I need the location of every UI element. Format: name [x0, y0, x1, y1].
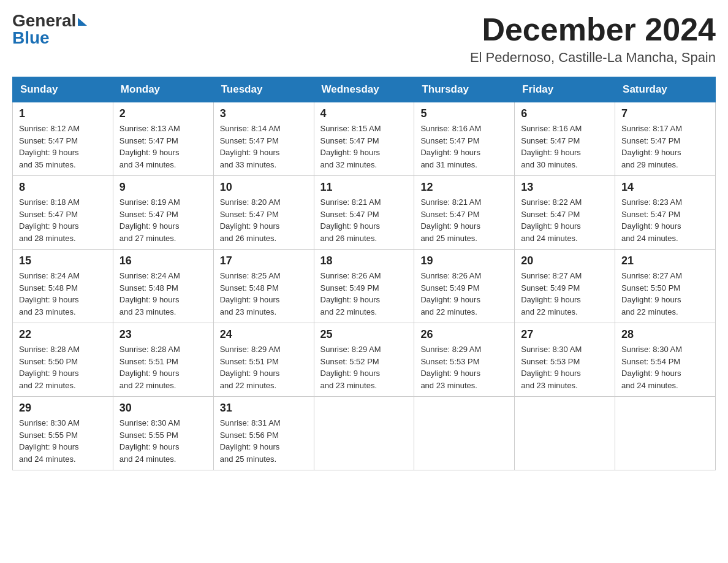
calendar-day-cell: 3Sunrise: 8:14 AMSunset: 5:47 PMDaylight…	[213, 102, 314, 176]
calendar-day-cell: 20Sunrise: 8:27 AMSunset: 5:49 PMDayligh…	[515, 250, 615, 323]
day-info: Sunrise: 8:13 AMSunset: 5:47 PMDaylight:…	[119, 123, 207, 170]
calendar-day-cell: 17Sunrise: 8:25 AMSunset: 5:48 PMDayligh…	[213, 250, 314, 323]
day-number: 29	[19, 402, 107, 415]
day-info: Sunrise: 8:31 AMSunset: 5:56 PMDaylight:…	[220, 417, 308, 465]
day-number: 5	[420, 107, 508, 120]
day-number: 15	[19, 255, 107, 267]
day-number: 7	[621, 107, 709, 120]
day-number: 21	[621, 255, 709, 267]
day-number: 18	[320, 255, 408, 267]
calendar-day-cell: 2Sunrise: 8:13 AMSunset: 5:47 PMDaylight…	[113, 102, 213, 176]
calendar-day-cell: 1Sunrise: 8:12 AMSunset: 5:47 PMDaylight…	[13, 102, 113, 176]
calendar-day-cell: 9Sunrise: 8:19 AMSunset: 5:47 PMDaylight…	[113, 176, 213, 250]
day-info: Sunrise: 8:26 AMSunset: 5:49 PMDaylight:…	[320, 270, 408, 318]
calendar-day-cell: 16Sunrise: 8:24 AMSunset: 5:48 PMDayligh…	[113, 250, 213, 323]
day-of-week-header: Thursday	[414, 77, 515, 102]
calendar-day-cell: 11Sunrise: 8:21 AMSunset: 5:47 PMDayligh…	[314, 176, 414, 250]
calendar-day-cell: 8Sunrise: 8:18 AMSunset: 5:47 PMDaylight…	[13, 176, 113, 250]
calendar-day-cell: 6Sunrise: 8:16 AMSunset: 5:47 PMDaylight…	[515, 102, 615, 176]
day-number: 16	[119, 255, 207, 267]
calendar-day-cell: 13Sunrise: 8:22 AMSunset: 5:47 PMDayligh…	[515, 176, 615, 250]
calendar-day-cell: 27Sunrise: 8:30 AMSunset: 5:53 PMDayligh…	[515, 323, 615, 397]
calendar-day-cell: 10Sunrise: 8:20 AMSunset: 5:47 PMDayligh…	[213, 176, 314, 250]
day-number: 17	[220, 255, 308, 267]
calendar-day-cell: 4Sunrise: 8:15 AMSunset: 5:47 PMDaylight…	[314, 102, 414, 176]
calendar-day-cell: 5Sunrise: 8:16 AMSunset: 5:47 PMDaylight…	[414, 102, 515, 176]
calendar-table: SundayMondayTuesdayWednesdayThursdayFrid…	[12, 77, 716, 470]
day-number: 3	[220, 107, 308, 120]
day-number: 26	[420, 328, 508, 341]
calendar-week-row: 1Sunrise: 8:12 AMSunset: 5:47 PMDaylight…	[13, 102, 716, 176]
day-info: Sunrise: 8:20 AMSunset: 5:47 PMDaylight:…	[220, 196, 308, 244]
logo-blue: Blue	[12, 28, 50, 47]
day-number: 6	[521, 107, 609, 120]
day-info: Sunrise: 8:24 AMSunset: 5:48 PMDaylight:…	[119, 270, 207, 318]
day-info: Sunrise: 8:30 AMSunset: 5:54 PMDaylight:…	[621, 343, 709, 391]
day-number: 20	[521, 255, 609, 267]
calendar-day-cell: 22Sunrise: 8:28 AMSunset: 5:50 PMDayligh…	[13, 323, 113, 397]
calendar-day-cell: 19Sunrise: 8:26 AMSunset: 5:49 PMDayligh…	[414, 250, 515, 323]
day-info: Sunrise: 8:29 AMSunset: 5:53 PMDaylight:…	[420, 343, 508, 391]
calendar-day-cell: 23Sunrise: 8:28 AMSunset: 5:51 PMDayligh…	[113, 323, 213, 397]
logo: General Blue	[12, 12, 87, 47]
day-info: Sunrise: 8:16 AMSunset: 5:47 PMDaylight:…	[420, 123, 508, 170]
day-info: Sunrise: 8:27 AMSunset: 5:50 PMDaylight:…	[621, 270, 709, 318]
calendar-day-cell: 25Sunrise: 8:29 AMSunset: 5:52 PMDayligh…	[314, 323, 414, 397]
day-info: Sunrise: 8:23 AMSunset: 5:47 PMDaylight:…	[621, 196, 709, 244]
day-of-week-header: Tuesday	[213, 77, 314, 102]
day-info: Sunrise: 8:30 AMSunset: 5:55 PMDaylight:…	[19, 417, 107, 465]
day-number: 27	[521, 328, 609, 341]
calendar-day-cell	[515, 397, 615, 470]
calendar-day-cell: 18Sunrise: 8:26 AMSunset: 5:49 PMDayligh…	[314, 250, 414, 323]
day-of-week-header: Friday	[515, 77, 615, 102]
day-info: Sunrise: 8:14 AMSunset: 5:47 PMDaylight:…	[220, 123, 308, 170]
calendar-day-cell	[615, 397, 716, 470]
calendar-day-cell: 12Sunrise: 8:21 AMSunset: 5:47 PMDayligh…	[414, 176, 515, 250]
day-info: Sunrise: 8:28 AMSunset: 5:50 PMDaylight:…	[19, 343, 107, 391]
calendar-day-cell: 30Sunrise: 8:30 AMSunset: 5:55 PMDayligh…	[113, 397, 213, 470]
day-info: Sunrise: 8:12 AMSunset: 5:47 PMDaylight:…	[19, 123, 107, 170]
day-number: 28	[621, 328, 709, 341]
calendar-day-cell	[414, 397, 515, 470]
day-number: 11	[320, 181, 408, 194]
calendar-header-row: SundayMondayTuesdayWednesdayThursdayFrid…	[13, 77, 716, 102]
day-info: Sunrise: 8:28 AMSunset: 5:51 PMDaylight:…	[119, 343, 207, 391]
calendar-day-cell: 14Sunrise: 8:23 AMSunset: 5:47 PMDayligh…	[615, 176, 716, 250]
calendar-day-cell: 28Sunrise: 8:30 AMSunset: 5:54 PMDayligh…	[615, 323, 716, 397]
day-number: 23	[119, 328, 207, 341]
day-number: 19	[420, 255, 508, 267]
calendar-day-cell	[314, 397, 414, 470]
day-info: Sunrise: 8:18 AMSunset: 5:47 PMDaylight:…	[19, 196, 107, 244]
logo-arrow-icon	[78, 18, 87, 26]
day-number: 4	[320, 107, 408, 120]
day-of-week-header: Monday	[113, 77, 213, 102]
day-number: 2	[119, 107, 207, 120]
day-of-week-header: Wednesday	[314, 77, 414, 102]
title-area: December 2024 El Pedernoso, Castille-La …	[470, 12, 716, 66]
day-number: 1	[19, 107, 107, 120]
day-info: Sunrise: 8:29 AMSunset: 5:52 PMDaylight:…	[320, 343, 408, 391]
calendar-week-row: 15Sunrise: 8:24 AMSunset: 5:48 PMDayligh…	[13, 250, 716, 323]
calendar-day-cell: 15Sunrise: 8:24 AMSunset: 5:48 PMDayligh…	[13, 250, 113, 323]
month-title: December 2024	[470, 12, 716, 47]
day-info: Sunrise: 8:24 AMSunset: 5:48 PMDaylight:…	[19, 270, 107, 318]
day-number: 22	[19, 328, 107, 341]
day-info: Sunrise: 8:22 AMSunset: 5:47 PMDaylight:…	[521, 196, 609, 244]
day-info: Sunrise: 8:30 AMSunset: 5:55 PMDaylight:…	[119, 417, 207, 465]
day-number: 8	[19, 181, 107, 194]
day-info: Sunrise: 8:30 AMSunset: 5:53 PMDaylight:…	[521, 343, 609, 391]
calendar-week-row: 29Sunrise: 8:30 AMSunset: 5:55 PMDayligh…	[13, 397, 716, 470]
calendar-day-cell: 26Sunrise: 8:29 AMSunset: 5:53 PMDayligh…	[414, 323, 515, 397]
day-number: 9	[119, 181, 207, 194]
day-info: Sunrise: 8:21 AMSunset: 5:47 PMDaylight:…	[420, 196, 508, 244]
day-number: 13	[521, 181, 609, 194]
day-of-week-header: Saturday	[615, 77, 716, 102]
day-info: Sunrise: 8:21 AMSunset: 5:47 PMDaylight:…	[320, 196, 408, 244]
calendar-week-row: 8Sunrise: 8:18 AMSunset: 5:47 PMDaylight…	[13, 176, 716, 250]
day-info: Sunrise: 8:17 AMSunset: 5:47 PMDaylight:…	[621, 123, 709, 170]
calendar-day-cell: 7Sunrise: 8:17 AMSunset: 5:47 PMDaylight…	[615, 102, 716, 176]
calendar-day-cell: 21Sunrise: 8:27 AMSunset: 5:50 PMDayligh…	[615, 250, 716, 323]
day-number: 24	[220, 328, 308, 341]
calendar-day-cell: 29Sunrise: 8:30 AMSunset: 5:55 PMDayligh…	[13, 397, 113, 470]
day-info: Sunrise: 8:25 AMSunset: 5:48 PMDaylight:…	[220, 270, 308, 318]
